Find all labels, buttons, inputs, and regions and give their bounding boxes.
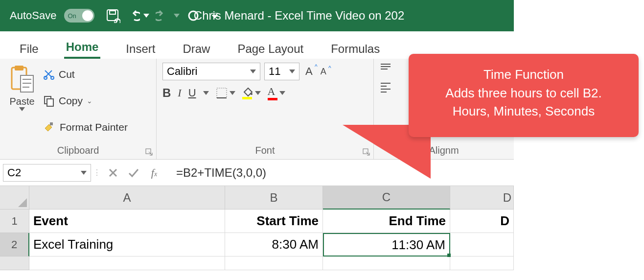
col-header-d[interactable]: D (450, 186, 514, 210)
callout-line-3: Hours, Minutes, Seconds (418, 102, 629, 121)
align-top-icon[interactable] (380, 63, 391, 74)
tab-page-layout[interactable]: Page Layout (235, 37, 305, 59)
row-header-1[interactable]: 1 (0, 210, 29, 233)
group-clipboard: Paste Cut Copy ⌄ Format Painter Cl (0, 59, 157, 159)
annotation-callout: Time Function Adds three hours to cell B… (409, 54, 639, 137)
cell-c3[interactable] (323, 257, 450, 270)
underline-dropdown-icon[interactable] (203, 91, 209, 95)
cell-c1[interactable]: End Time (323, 210, 450, 233)
copy-icon (43, 95, 55, 107)
svg-point-16 (251, 93, 253, 95)
autosave-knob (82, 10, 93, 21)
x-icon (108, 168, 118, 178)
font-color-dropdown-icon (279, 91, 285, 95)
svg-rect-14 (217, 88, 227, 98)
svg-point-8 (44, 76, 47, 79)
svg-rect-3 (15, 66, 23, 70)
tab-file[interactable]: File (18, 37, 41, 59)
row-1: 1 Event Start Time End Time D (0, 210, 514, 233)
cell-b3[interactable] (225, 257, 323, 270)
autosave-on-text: On (68, 12, 76, 20)
cell-c2[interactable]: 11:30 AM (323, 233, 450, 257)
row-3 (0, 257, 514, 270)
decrease-font-button[interactable]: A (319, 67, 328, 77)
group-font-label: Font (162, 143, 368, 157)
svg-point-9 (51, 76, 54, 79)
group-font: Calibri 11 A A B I U (157, 59, 374, 159)
formula-input[interactable]: =B2+TIME(3,0,0) (164, 166, 514, 180)
format-painter-button[interactable]: Format Painter (43, 116, 128, 139)
cell-d2[interactable] (450, 233, 514, 257)
name-box-dropdown-icon (81, 171, 87, 175)
formula-bar-separator: ⋮ (91, 168, 103, 177)
cut-label: Cut (59, 69, 75, 80)
fill-color-button[interactable] (242, 86, 261, 99)
formula-bar: C2 ⋮ fx =B2+TIME(3,0,0) (0, 160, 514, 186)
svg-rect-11 (47, 99, 53, 106)
cell-d3[interactable] (450, 257, 514, 270)
paintbrush-icon (43, 121, 56, 133)
tab-insert[interactable]: Insert (124, 37, 157, 59)
tab-home[interactable]: Home (64, 35, 101, 59)
cell-d1[interactable]: D (450, 210, 514, 233)
tab-formulas[interactable]: Formulas (329, 37, 382, 59)
redo-dropdown-icon[interactable] (174, 14, 180, 18)
font-color-button[interactable]: A (268, 85, 285, 100)
font-name-dropdown-icon (250, 70, 256, 73)
callout-line-1: Time Function (418, 66, 629, 84)
paste-label: Paste (9, 96, 34, 107)
borders-button[interactable] (216, 87, 235, 99)
font-name-select[interactable]: Calibri (162, 63, 260, 80)
col-header-c[interactable]: C (323, 186, 450, 210)
undo-dropdown-icon[interactable] (143, 14, 149, 18)
align-left-icon[interactable] (380, 81, 391, 93)
column-headers: A B C D (0, 186, 514, 210)
borders-dropdown-icon (230, 91, 235, 95)
paste-dropdown-icon[interactable] (19, 107, 25, 111)
name-box[interactable]: C2 (3, 164, 91, 182)
col-header-b[interactable]: B (225, 186, 323, 210)
font-name-value: Calibri (167, 65, 197, 78)
bold-button[interactable]: B (162, 86, 171, 100)
font-size-value: 11 (269, 65, 280, 78)
row-header-2[interactable]: 2 (0, 233, 29, 257)
copy-label: Copy (59, 95, 83, 107)
cell-b2[interactable]: 8:30 AM (225, 233, 323, 257)
bucket-icon (242, 86, 253, 99)
border-icon (216, 87, 228, 99)
select-all-button[interactable] (0, 186, 29, 210)
fill-dropdown-icon (255, 91, 261, 95)
font-size-select[interactable]: 11 (264, 63, 299, 80)
clipboard-icon (9, 65, 35, 95)
title-bar: AutoSave On Chris Menard - Excel Time Vi… (0, 0, 514, 31)
paste-button[interactable]: Paste (6, 63, 38, 139)
save-icon[interactable] (104, 8, 122, 23)
svg-rect-12 (50, 122, 53, 125)
col-header-a[interactable]: A (29, 186, 225, 210)
check-icon (128, 168, 139, 178)
worksheet: A B C D 1 Event Start Time End Time D 2 … (0, 186, 514, 270)
cell-b1[interactable]: Start Time (225, 210, 323, 233)
redo-icon[interactable] (154, 10, 172, 22)
cancel-formula-button[interactable] (103, 168, 123, 178)
underline-button[interactable]: U (188, 87, 196, 99)
copy-button[interactable]: Copy ⌄ (43, 89, 128, 113)
increase-font-button[interactable]: A (303, 65, 315, 78)
name-box-value: C2 (7, 166, 21, 179)
fx-icon: fx (151, 166, 157, 179)
cell-a1[interactable]: Event (29, 210, 225, 233)
copy-dropdown-icon[interactable]: ⌄ (87, 97, 92, 105)
cell-a3[interactable] (29, 257, 225, 270)
enter-formula-button[interactable] (123, 168, 144, 178)
undo-icon[interactable] (124, 10, 141, 22)
tab-draw[interactable]: Draw (181, 37, 212, 59)
clipboard-launcher-icon[interactable] (145, 148, 153, 156)
row-header-3[interactable] (0, 257, 29, 270)
font-color-icon: A (268, 85, 277, 100)
cell-a2[interactable]: Excel Training (29, 233, 225, 257)
insert-function-button[interactable]: fx (144, 166, 164, 179)
italic-button[interactable]: I (178, 87, 181, 99)
autosave-label: AutoSave (10, 9, 56, 22)
cut-button[interactable]: Cut (43, 63, 128, 86)
autosave-toggle[interactable]: On (64, 9, 94, 23)
